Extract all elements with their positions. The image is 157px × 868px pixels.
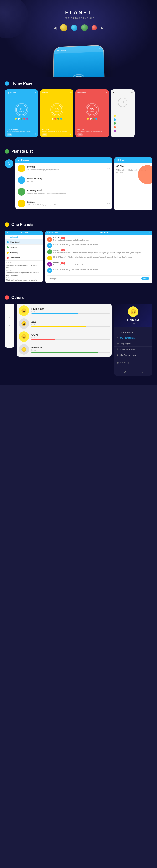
hp-card-white: ● ≡ 11 bbox=[111, 89, 134, 137]
others-user-bar-fill-2 bbox=[32, 326, 86, 327]
others-icon-star[interactable]: ☆ bbox=[7, 305, 12, 311]
prev-nav[interactable]: ◀ bbox=[53, 26, 56, 30]
others-icon-wave[interactable]: ~ bbox=[7, 323, 12, 329]
others-profile-menu-companions[interactable]: ♦ My Companions bbox=[114, 352, 152, 358]
hp-card-white-circle-label: 11 bbox=[121, 101, 124, 104]
others-user-info-1: Flying Get Lv3 bbox=[32, 307, 110, 314]
op-chat-header-back[interactable]: < Main Land+ bbox=[47, 232, 60, 234]
hp-card-visit-btn-blue[interactable]: Visit bbox=[7, 133, 12, 136]
hp-card-circle-area-red: 15 PLANETS bbox=[75, 95, 109, 127]
planet-4[interactable] bbox=[92, 25, 97, 30]
planet-2[interactable] bbox=[71, 25, 77, 31]
pl-list-item-4[interactable]: 60 Club WE are both 60e tonight, no cry … bbox=[15, 198, 112, 209]
op-sidebar-list: Main Land Garden Treasury bbox=[5, 240, 43, 260]
others-user-level-4: Lv11 bbox=[32, 349, 110, 351]
others-profile-moon-icon[interactable]: ☽ bbox=[141, 370, 143, 374]
hp-dot-b3[interactable] bbox=[21, 118, 23, 120]
section-dot-home bbox=[5, 81, 9, 86]
others-profile: 😊 Flying Get Lv3 ✦ The Universe ○ My Pla… bbox=[114, 304, 152, 375]
op-sidebar-live-room[interactable]: Live Room bbox=[5, 255, 43, 260]
pl-item-dot-1 bbox=[18, 164, 25, 172]
others-profile-menu-signal[interactable]: ◈ Signal (40) bbox=[114, 341, 152, 347]
others-container: ☆ ○ ~ □ ☽ 😊 Flying Get Lv3 😐 bbox=[5, 304, 152, 375]
op-msg-3: K Karen N Lv3 8:11 That was the ultimate… bbox=[47, 249, 150, 254]
others-profile-menu-icon-companions: ♦ bbox=[117, 354, 118, 356]
hp-dot-r3[interactable] bbox=[92, 118, 94, 120]
pl-list-item-2[interactable]: Movie Monkey Kiss me bbox=[15, 174, 112, 186]
others-profile-name: Flying Get bbox=[127, 318, 139, 321]
op-tab-main[interactable]: Main Land+ bbox=[5, 235, 24, 239]
op-msg-text-5: That was the ultimate counter to fakers … bbox=[53, 264, 150, 266]
hp-dot-y3[interactable] bbox=[57, 118, 59, 120]
op-chat-input[interactable] bbox=[49, 277, 140, 280]
op-sidebar-treasury[interactable]: Treasury bbox=[5, 250, 43, 255]
hp-card-header-red: My Planet ≡ bbox=[75, 89, 109, 95]
pl-left-icon[interactable]: ↻ bbox=[5, 159, 13, 168]
section-title-oneplanet: One Planets bbox=[11, 222, 33, 227]
op-tab-more[interactable]: ··· bbox=[24, 235, 43, 239]
hp-dot-y1[interactable] bbox=[51, 118, 53, 120]
others-user-item-1[interactable]: 😊 Flying Get Lv3 bbox=[18, 305, 110, 316]
hp-card-footer-desc-blue: WE are only talking about the universe. bbox=[7, 131, 36, 132]
hp-dot-w4[interactable] bbox=[114, 126, 116, 128]
others-profile-menu-create[interactable]: + Create a Planet bbox=[114, 347, 152, 352]
pl-item-time-1: Sat bbox=[107, 168, 110, 169]
hp-dot-w1[interactable] bbox=[114, 115, 116, 117]
op-sidebar-dot-2 bbox=[7, 246, 9, 248]
hp-dot-b1[interactable] bbox=[15, 118, 17, 120]
hp-card-circle-inner-yellow: 15 PLANETS bbox=[51, 104, 62, 115]
hp-card-lbl-yellow: PLANETS bbox=[55, 111, 59, 112]
pl-list-item-3[interactable]: Running Road Running something talking a… bbox=[15, 186, 112, 198]
hp-card-visit-btn-red[interactable]: Visit bbox=[77, 133, 83, 136]
next-nav[interactable]: ▶ bbox=[101, 26, 104, 30]
op-chat-send-btn[interactable]: Send bbox=[142, 277, 149, 280]
hp-dot-r4[interactable] bbox=[95, 118, 97, 120]
others-profile-settings-icon[interactable]: ⚙ bbox=[123, 370, 126, 374]
others-user-item-4[interactable]: 😑 Baron N Lv11 bbox=[18, 344, 110, 355]
pl-item-dot-2 bbox=[18, 176, 25, 184]
others-sidebar: ☆ ○ ~ □ ☽ bbox=[5, 304, 14, 347]
hp-dot-w5[interactable] bbox=[114, 130, 116, 132]
op-chat-header: < Main Land+ 60E Club ≡ bbox=[45, 230, 152, 235]
hp-card-footer-name-blue: "The Avengers" bbox=[7, 129, 36, 131]
op-sidebar-garden[interactable]: Garden bbox=[5, 245, 43, 250]
others-profile-dormancy[interactable]: ◉ Dormancy bbox=[114, 358, 152, 366]
planet-3[interactable] bbox=[81, 24, 88, 31]
hp-card-tab-yellow[interactable]: Planets bbox=[42, 91, 48, 94]
phone-circle-outer: 15 PLANETS bbox=[70, 74, 87, 76]
others-icon-circle[interactable]: ○ bbox=[7, 314, 12, 320]
op-back-btn[interactable]: < bbox=[7, 232, 8, 234]
hp-dot-w3[interactable] bbox=[114, 122, 116, 125]
others-user-info-2: Zac Lv6 bbox=[32, 320, 110, 327]
hp-card-tab-red[interactable]: My Planet bbox=[77, 91, 86, 94]
others-profile-dormancy-label: ◉ Dormancy bbox=[117, 362, 129, 364]
op-msg-content-4: COKI N / Baron N - W1: So that's what pr… bbox=[53, 256, 150, 258]
others-profile-menu-universe[interactable]: ✦ The Universe bbox=[114, 329, 152, 335]
op-msg-badge-1: Lv3 bbox=[61, 237, 65, 239]
others-user-name-3: COKI bbox=[32, 333, 110, 336]
hp-dot-r2[interactable] bbox=[90, 118, 92, 120]
hp-card-visit-btn-yellow[interactable]: Visit bbox=[42, 133, 47, 136]
planet-1[interactable] bbox=[60, 24, 67, 31]
others-profile-menu-label-myplanets: My Planets (11) bbox=[120, 337, 149, 339]
others-user-info-4: Baron N Lv11 bbox=[32, 346, 110, 353]
hp-card-num-red: 15 bbox=[90, 107, 94, 111]
hp-dot-r1[interactable] bbox=[87, 118, 89, 120]
hp-dot-b5[interactable] bbox=[26, 118, 28, 120]
hp-dot-y2[interactable] bbox=[54, 118, 56, 120]
others-icon-moon[interactable]: ☽ bbox=[7, 340, 12, 346]
pl-list-item-1[interactable]: 60 Club WE are both 60e tonight, no cry … bbox=[15, 163, 112, 174]
others-user-level-1: Lv3 bbox=[32, 310, 110, 312]
others-user-item-3[interactable]: 😊 COKI Lv1 bbox=[18, 331, 110, 342]
others-icon-square[interactable]: □ bbox=[7, 331, 12, 337]
op-container: < 60E Club ≡ Main Land+ ··· Main Land bbox=[5, 230, 152, 283]
op-preview-messages: 8:43 · 11 That was the ultimate counter … bbox=[5, 260, 43, 282]
hp-dot-b2[interactable] bbox=[18, 118, 19, 120]
op-sidebar-main-land[interactable]: Main Land bbox=[5, 240, 43, 245]
others-user-item-2[interactable]: 😐 Zac Lv6 bbox=[18, 318, 110, 329]
hp-dot-b4[interactable] bbox=[24, 118, 25, 120]
hp-dot-w2[interactable] bbox=[114, 118, 116, 121]
hp-card-tab-blue[interactable]: My Planets bbox=[7, 91, 16, 94]
others-profile-menu-myplanets[interactable]: ○ My Planets (11) bbox=[114, 335, 152, 341]
hp-dot-y4[interactable] bbox=[60, 118, 62, 120]
